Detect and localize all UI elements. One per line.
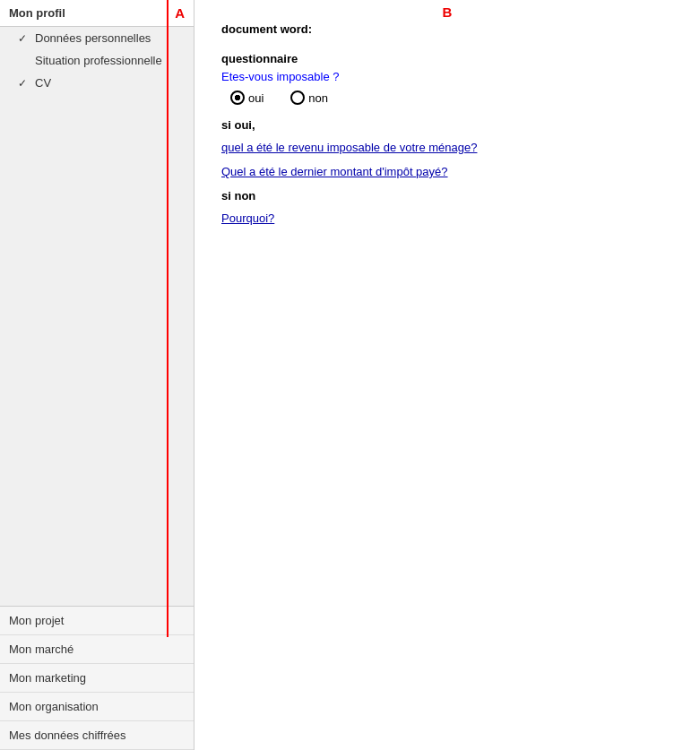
check-icon-donnees: ✓ xyxy=(18,32,30,45)
sidebar: Mon profil A ✓ Données personnelles ➔ Si… xyxy=(0,0,194,750)
annotation-line-projet xyxy=(167,604,169,637)
sidebar-item-donnees-personnelles[interactable]: ✓ Données personnelles xyxy=(0,27,194,49)
sidebar-item-mon-marketing[interactable]: Mon marketing xyxy=(0,664,194,693)
doc-label: document word: xyxy=(221,22,673,36)
sidebar-nav-label-mon-projet: Mon projet xyxy=(9,614,64,627)
question-imposable-link[interactable]: Etes-vous imposable ? xyxy=(221,70,673,83)
radio-label-oui: oui xyxy=(248,91,264,105)
sidebar-nav-label-mon-marche: Mon marché xyxy=(9,642,73,656)
radio-group-imposable: oui non xyxy=(230,91,673,105)
question3-link[interactable]: Pourquoi? xyxy=(221,211,673,225)
sidebar-nav-label-mon-organisation: Mon organisation xyxy=(9,700,99,713)
radio-label-non: non xyxy=(308,91,328,105)
radio-circle-oui xyxy=(230,91,245,105)
sidebar-spacer xyxy=(0,94,194,606)
sidebar-item-label-cv: CV xyxy=(35,76,51,90)
questionnaire-title: questionnaire xyxy=(221,52,673,65)
si-oui-label: si oui, xyxy=(221,118,673,132)
check-icon-cv: ✓ xyxy=(18,77,30,90)
main-content: B document word: questionnaire Etes-vous… xyxy=(194,0,700,750)
question2-link[interactable]: Quel a été le dernier montant d'impôt pa… xyxy=(221,165,673,178)
sidebar-header-letter: A xyxy=(175,5,185,21)
sidebar-nav-label-mes-donnees: Mes données chiffrées xyxy=(9,728,126,742)
sidebar-submenu: ✓ Données personnelles ➔ Situation profe… xyxy=(0,27,194,94)
sidebar-item-mon-organisation[interactable]: Mon organisation xyxy=(0,693,194,721)
sidebar-item-mon-projet[interactable]: Mon projet xyxy=(0,607,194,635)
si-non-label: si non xyxy=(221,189,673,203)
sidebar-item-situation-pro[interactable]: ➔ Situation professionnelle xyxy=(0,49,194,72)
question1-link[interactable]: quel a été le revenu imposable de votre … xyxy=(221,141,673,154)
sidebar-header: Mon profil A xyxy=(0,0,194,27)
sidebar-item-mon-marche[interactable]: Mon marché xyxy=(0,635,194,664)
sidebar-nav-label-mon-marketing: Mon marketing xyxy=(9,671,86,685)
sidebar-bottom-nav: Mon projet Mon marché Mon marketing Mon … xyxy=(0,606,194,750)
sidebar-header-label: Mon profil xyxy=(9,6,65,20)
sidebar-item-cv[interactable]: ✓ CV xyxy=(0,72,194,94)
radio-option-non[interactable]: non xyxy=(290,91,328,105)
radio-circle-non xyxy=(290,91,305,105)
sidebar-item-label-situation: Situation professionnelle xyxy=(35,54,162,67)
main-header-letter: B xyxy=(443,4,453,20)
sidebar-item-mes-donnees-chiffrees[interactable]: Mes données chiffrées xyxy=(0,721,194,750)
radio-option-oui[interactable]: oui xyxy=(230,91,264,105)
sidebar-item-label-donnees: Données personnelles xyxy=(35,31,151,45)
